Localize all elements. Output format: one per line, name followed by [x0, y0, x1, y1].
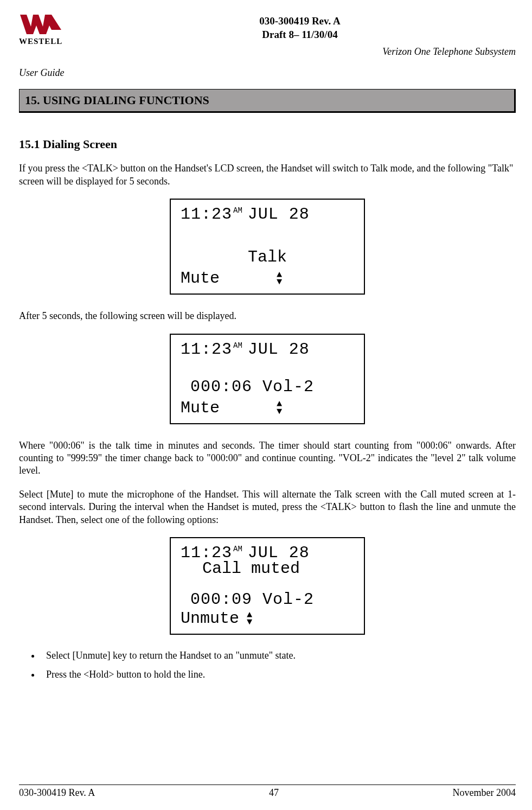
lcd3-status: Call muted — [202, 558, 354, 579]
left-subtitle: User Guide — [19, 67, 516, 79]
document-revision-block: 030-300419 Rev. A Draft 8– 11/30/04 — [84, 14, 516, 41]
paragraph-explain-2: Select [Mute] to mute the microphone of … — [19, 488, 516, 526]
lcd2-ampm: AM — [233, 341, 242, 350]
arrow-updown-icon — [220, 269, 338, 288]
lcd1-softkey: Mute — [181, 268, 220, 289]
lcd-screen-talk: 11:23 AM JUL 28 Talk Mute — [170, 199, 365, 295]
paragraph-intro-2: After 5 seconds, the following screen wi… — [19, 310, 516, 322]
brand-name: WESTELL — [19, 36, 84, 46]
draft-date: Draft 8– 11/30/04 — [84, 28, 516, 42]
lcd3-ampm: AM — [233, 544, 242, 554]
footer-page-number: 47 — [269, 787, 279, 799]
lcd3-timer: 000:09 Vol-2 — [181, 589, 354, 610]
paragraph-intro-1: If you press the <TALK> button on the Ha… — [19, 162, 516, 188]
bullet-list: Select [Unmute] key to return the Handse… — [19, 650, 516, 681]
arrow-updown-icon — [220, 398, 338, 417]
page-footer: 030-300419 Rev. A 47 November 2004 — [19, 785, 516, 799]
lcd1-ampm: AM — [233, 206, 242, 215]
footer-left: 030-300419 Rev. A — [19, 787, 95, 799]
paragraph-explain-1: Where "000:06" is the talk time in minut… — [19, 439, 516, 477]
bullet-unmute: Select [Unmute] key to return the Handse… — [41, 650, 516, 662]
doc-rev: 030-300419 Rev. A — [84, 15, 516, 28]
section-banner: 15. USING DIALING FUNCTIONS — [19, 89, 516, 113]
westell-logo: WESTELL — [19, 14, 84, 46]
bullet-hold: Press the <Hold> button to hold the line… — [41, 669, 516, 681]
lcd2-timer: 000:06 Vol-2 — [181, 377, 354, 398]
lcd-screen-timer: 11:23 AM JUL 28 000:06 Vol-2 Mute — [170, 334, 365, 424]
lcd3-softkey: Unmute — [181, 608, 239, 629]
lcd2-clock: 11:23 — [181, 339, 232, 360]
section-heading: 15.1 Dialing Screen — [19, 137, 516, 151]
lcd1-clock: 11:23 — [181, 204, 232, 225]
lcd1-date: JUL 28 — [248, 204, 310, 225]
lcd2-softkey: Mute — [181, 398, 220, 419]
arrow-updown-icon — [239, 609, 251, 628]
right-subtitle: Verizon One Telephone Subsystem — [382, 46, 516, 58]
lcd2-date: JUL 28 — [248, 339, 310, 360]
lcd1-center-label: Talk — [181, 247, 354, 268]
footer-right: November 2004 — [453, 787, 516, 799]
lcd-screen-muted: 11:23 AM JUL 28 Call muted 000:09 Vol-2 … — [170, 537, 365, 635]
